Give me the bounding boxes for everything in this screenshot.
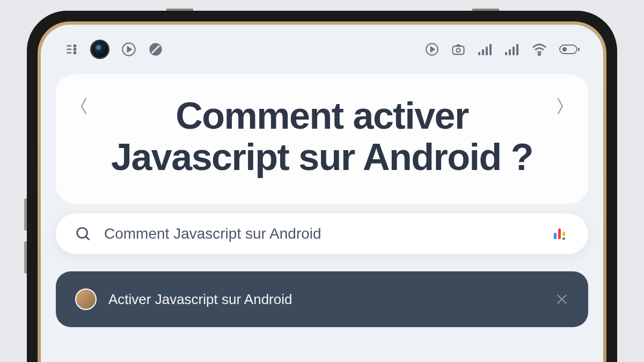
svg-marker-11 xyxy=(431,47,435,52)
close-icon[interactable] xyxy=(555,292,569,306)
svg-rect-18 xyxy=(505,52,507,55)
svg-rect-16 xyxy=(486,47,488,55)
volume-up-button[interactable] xyxy=(24,198,27,231)
back-button[interactable] xyxy=(77,95,90,117)
svg-rect-15 xyxy=(482,49,484,55)
camera-icon xyxy=(451,42,466,57)
svg-rect-29 xyxy=(558,228,561,239)
svg-rect-20 xyxy=(513,47,515,55)
svg-point-4 xyxy=(74,48,76,50)
play-circle-icon xyxy=(425,42,439,56)
status-bar xyxy=(41,25,603,69)
signal-bars-icon xyxy=(478,43,493,55)
phone-bezel: Comment activer Javascript sur Android ?… xyxy=(38,21,606,362)
search-bar[interactable]: Comment Javascript sur Android xyxy=(56,213,588,254)
svg-rect-28 xyxy=(554,233,557,239)
signal-bars-icon xyxy=(504,43,519,55)
title-card: Comment activer Javascript sur Android ? xyxy=(56,74,588,204)
svg-rect-30 xyxy=(562,232,565,236)
result-card[interactable]: Activer Javascript sur Android xyxy=(56,271,588,327)
volume-down-button[interactable] xyxy=(24,241,27,274)
avatar xyxy=(75,289,97,310)
svg-rect-21 xyxy=(516,44,518,55)
svg-rect-14 xyxy=(478,52,480,55)
svg-rect-17 xyxy=(489,44,492,55)
search-icon xyxy=(75,226,91,242)
antenna-band xyxy=(166,9,193,11)
svg-point-25 xyxy=(562,47,567,51)
svg-rect-12 xyxy=(453,46,464,54)
menu-grid-icon[interactable] xyxy=(64,42,78,56)
svg-point-31 xyxy=(562,238,565,240)
svg-point-26 xyxy=(77,228,87,238)
svg-rect-23 xyxy=(560,45,577,54)
svg-point-3 xyxy=(74,45,76,47)
svg-point-22 xyxy=(538,54,540,56)
antenna-band xyxy=(472,9,499,11)
phone-screen: Comment activer Javascript sur Android ?… xyxy=(41,25,603,362)
wifi-icon xyxy=(531,43,547,56)
block-icon[interactable] xyxy=(148,42,163,57)
result-title: Activer Javascript sur Android xyxy=(108,291,292,308)
svg-rect-19 xyxy=(509,49,511,55)
page-title: Comment activer Javascript sur Android ? xyxy=(77,95,567,178)
google-assistant-icon[interactable] xyxy=(552,225,569,242)
battery-icon xyxy=(559,44,580,55)
svg-rect-24 xyxy=(578,48,580,51)
svg-marker-7 xyxy=(128,47,131,51)
svg-line-27 xyxy=(86,237,89,240)
forward-button[interactable] xyxy=(554,95,567,117)
play-circle-icon[interactable] xyxy=(121,42,136,57)
svg-point-13 xyxy=(457,48,460,52)
phone-frame: Comment activer Javascript sur Android ?… xyxy=(27,11,617,362)
svg-point-5 xyxy=(74,52,76,54)
front-camera xyxy=(90,40,109,59)
search-input[interactable]: Comment Javascript sur Android xyxy=(104,225,539,242)
